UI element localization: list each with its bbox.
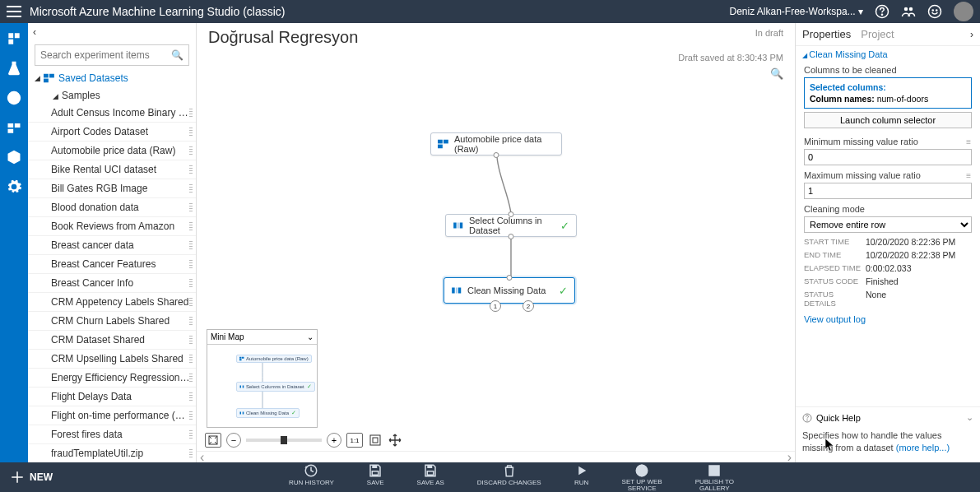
zoom-1to1-button[interactable]: 1:1 xyxy=(346,433,363,448)
footer-action[interactable]: DISCARD CHANGES xyxy=(477,463,541,492)
rail-flask-icon[interactable] xyxy=(5,59,23,77)
people-icon[interactable] xyxy=(901,4,916,19)
svg-rect-23 xyxy=(239,360,242,361)
palette: ‹ 🔍 ◢ Saved Datasets ◢Samples Adult Cens… xyxy=(28,23,197,462)
more-help-link[interactable]: (more help...) xyxy=(896,443,950,453)
tree-sub-samples[interactable]: ◢Samples xyxy=(28,87,196,104)
zoom-slider[interactable] xyxy=(246,439,322,442)
tree-leaf[interactable]: Breast Cancer Features xyxy=(28,255,196,274)
footer-action[interactable]: RUN xyxy=(574,463,589,492)
canvas-search-icon[interactable]: 🔍 xyxy=(678,67,783,80)
tree-leaf[interactable]: Book Reviews from Amazon xyxy=(28,217,196,236)
svg-rect-19 xyxy=(456,288,457,294)
smile-icon[interactable] xyxy=(927,4,942,19)
footer-action[interactable]: SET UP WEBSERVICE xyxy=(622,463,662,492)
footer-action[interactable]: SAVE xyxy=(367,463,384,492)
tab-properties[interactable]: Properties xyxy=(802,28,851,40)
minimap[interactable]: Mini Map⌄ Automobile price data (Raw) Se… xyxy=(207,329,318,428)
module-icon xyxy=(453,220,464,231)
fit-button[interactable] xyxy=(368,433,383,448)
svg-rect-12 xyxy=(438,140,443,144)
rail-settings-icon[interactable] xyxy=(5,178,23,196)
node-automobile-price[interactable]: Automobile price data (Raw) xyxy=(430,132,562,155)
zoom-toolbar: − + 1:1 xyxy=(205,433,402,448)
chevron-down-icon[interactable]: ⌄ xyxy=(307,332,314,341)
rail-cube-icon[interactable] xyxy=(5,148,23,166)
experiment-title[interactable]: Doğrusal Regresyon xyxy=(208,28,678,47)
tree-leaf[interactable]: CRM Dataset Shared xyxy=(28,331,196,350)
search-icon[interactable]: 🔍 xyxy=(171,49,183,61)
svg-rect-14 xyxy=(438,145,443,149)
launch-column-selector-button[interactable]: Launch column selector xyxy=(804,112,972,128)
tree-leaf[interactable]: Flight Delays Data xyxy=(28,388,196,406)
param-menu-icon[interactable]: ≡ xyxy=(966,171,972,180)
help-icon[interactable] xyxy=(875,4,889,19)
svg-rect-37 xyxy=(427,471,434,475)
footer-bar: NEW RUN HISTORYSAVESAVE ASDISCARD CHANGE… xyxy=(0,462,980,492)
tree-leaf[interactable]: Breast cancer data xyxy=(28,236,196,255)
workspace-dropdown[interactable]: Deniz Alkan-Free-Workspa... ▾ xyxy=(730,6,864,17)
footer-action[interactable]: RUN HISTORY xyxy=(289,463,334,492)
svg-rect-26 xyxy=(240,412,242,415)
svg-point-32 xyxy=(807,420,808,420)
footer-action[interactable]: PUBLISH TOGALLERY xyxy=(695,463,734,492)
rail-datasets-icon[interactable] xyxy=(5,118,23,137)
canvas[interactable]: Automobile price data (Raw) Select Colum… xyxy=(197,81,795,451)
actual-size-button[interactable] xyxy=(205,433,221,448)
quick-help-header[interactable]: Quick Help ⌄ xyxy=(796,407,980,428)
min-ratio-input[interactable] xyxy=(804,149,972,165)
tree-leaf[interactable]: Breast Cancer Info xyxy=(28,274,196,293)
svg-point-5 xyxy=(932,10,933,11)
tree-leaf[interactable]: CRM Upselling Labels Shared xyxy=(28,350,196,369)
svg-rect-9 xyxy=(44,74,49,78)
tree-leaf[interactable]: Airport Codes Dataset xyxy=(28,123,196,142)
collapse-right-icon[interactable]: › xyxy=(970,29,973,40)
output-port-2[interactable]: 2 xyxy=(523,300,534,312)
pan-button[interactable] xyxy=(388,433,402,448)
output-port-1[interactable]: 1 xyxy=(490,300,501,312)
svg-rect-24 xyxy=(240,386,242,388)
canvas-area: Doğrusal Regresyon In draft Draft saved … xyxy=(197,23,795,462)
tree-leaf[interactable]: Energy Efficiency Regression da... xyxy=(28,369,196,388)
tree-leaf[interactable]: Blood donation data xyxy=(28,198,196,217)
new-button[interactable]: NEW xyxy=(10,470,53,485)
tree-leaf[interactable]: Flight on-time performance (Ra... xyxy=(28,406,196,425)
rail-experiments-icon[interactable] xyxy=(5,30,23,48)
footer-action[interactable]: SAVE AS xyxy=(417,463,444,492)
tree-leaf[interactable]: CRM Churn Labels Shared xyxy=(28,312,196,331)
datasets-icon xyxy=(44,73,55,83)
tree-leaf[interactable]: CRM Appetency Labels Shared xyxy=(28,293,196,312)
svg-rect-15 xyxy=(453,223,457,229)
right-panel: Properties Project › Clean Missing Data … xyxy=(795,23,980,462)
avatar[interactable] xyxy=(954,2,973,21)
node-clean-missing[interactable]: Clean Missing Data ✓ 1 2 xyxy=(444,277,575,304)
tree-root-saved-datasets[interactable]: ◢ Saved Datasets xyxy=(28,69,196,87)
tree-leaf[interactable]: Bike Rental UCI dataset xyxy=(28,160,196,179)
max-ratio-input[interactable] xyxy=(804,183,972,199)
collapse-palette-icon[interactable]: ‹ xyxy=(33,26,36,38)
zoom-out-button[interactable]: − xyxy=(226,433,241,448)
view-output-log-link[interactable]: View output log xyxy=(796,309,980,329)
zoom-in-button[interactable]: + xyxy=(327,433,341,448)
tree-leaf[interactable]: fraudTemplateUtil.zip xyxy=(28,444,196,462)
tree-leaf[interactable]: Adult Census Income Binary Cl... xyxy=(28,104,196,123)
section-clean-missing[interactable]: Clean Missing Data xyxy=(796,46,980,63)
chevron-down-icon: ⌄ xyxy=(966,412,973,423)
selected-columns-box: Selected columns: Column names: num-of-d… xyxy=(804,77,972,109)
minimap-node: Select Columns in Dataset✓ xyxy=(236,382,315,392)
plus-icon xyxy=(10,470,25,485)
svg-rect-13 xyxy=(444,140,448,144)
search-input[interactable] xyxy=(40,49,171,61)
svg-point-4 xyxy=(929,6,941,18)
tree-leaf[interactable]: Automobile price data (Raw) xyxy=(28,142,196,160)
menu-icon[interactable] xyxy=(7,6,21,17)
param-menu-icon[interactable]: ≡ xyxy=(966,137,972,146)
canvas-horizontal-scrollbar[interactable] xyxy=(197,451,795,462)
cleaning-mode-select[interactable]: Remove entire row xyxy=(804,216,972,233)
node-select-columns[interactable]: Select Columns in Dataset ✓ xyxy=(445,214,577,237)
tree-leaf[interactable]: Bill Gates RGB Image xyxy=(28,179,196,198)
svg-rect-25 xyxy=(243,386,244,388)
tab-project[interactable]: Project xyxy=(861,28,894,40)
tree-leaf[interactable]: Forest fires data xyxy=(28,425,196,444)
rail-globe-icon[interactable] xyxy=(5,89,23,107)
